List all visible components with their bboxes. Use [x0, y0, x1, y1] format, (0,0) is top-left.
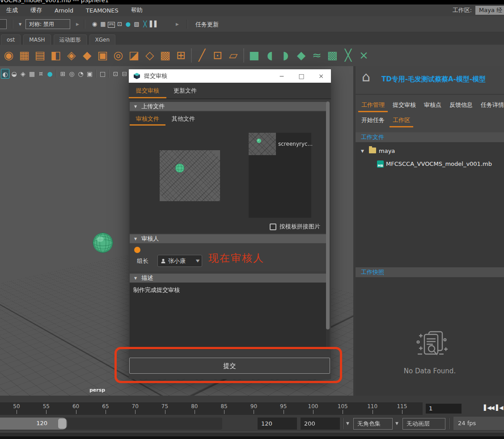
- range-slider-track[interactable]: 120: [0, 418, 222, 430]
- film-gate-icon[interactable]: ▣: [85, 69, 94, 79]
- uv-shell-b-icon[interactable]: ◗: [278, 47, 293, 63]
- wireframe-sphere[interactable]: [91, 231, 114, 254]
- paint-settings-icon[interactable]: ╳: [141, 20, 149, 29]
- uv-cross-arrows-icon[interactable]: ╳: [340, 47, 356, 63]
- poly-wheel-icon[interactable]: ◎: [110, 47, 126, 63]
- panel-layout-2-icon[interactable]: ⊟: [120, 69, 129, 79]
- uv-curve-icon[interactable]: ≈: [309, 47, 325, 63]
- default-lighting-icon[interactable]: ¤: [37, 69, 45, 79]
- poly-cube-icon[interactable]: ◆: [79, 47, 95, 63]
- symmetry-field[interactable]: 对称: 禁用: [25, 19, 70, 29]
- dialog-scrollbar[interactable]: [326, 101, 330, 350]
- uv-square-icon[interactable]: ■: [246, 47, 262, 63]
- ipr-render-icon[interactable]: IPR: [108, 22, 115, 28]
- dialog-tab-submit-review[interactable]: 提交审核: [129, 83, 166, 98]
- render-view-icon[interactable]: ◉: [91, 20, 98, 29]
- chevron-down-icon[interactable]: ▼: [395, 421, 398, 426]
- chevron-down-icon[interactable]: ▼: [346, 421, 349, 426]
- subtab-review-files[interactable]: 审核文件: [130, 112, 165, 126]
- tab-review-points[interactable]: 审核点: [421, 98, 445, 112]
- subtab-other-files[interactable]: 其他文件: [165, 112, 201, 126]
- capture-preview[interactable]: [160, 150, 220, 201]
- create-curve-icon[interactable]: ╱: [194, 47, 210, 63]
- description-textarea[interactable]: 制作完成提交审核: [130, 283, 326, 350]
- stitch-checkbox[interactable]: [270, 224, 276, 230]
- shelf-tab-ost[interactable]: ost: [1, 34, 21, 45]
- reviewer-section-header[interactable]: ▼审核人: [130, 234, 326, 243]
- poly-extrude-icon[interactable]: ◧: [48, 47, 64, 63]
- poly-layers-icon[interactable]: ◇: [142, 47, 157, 63]
- gradient-sphere-icon[interactable]: ◎: [68, 69, 76, 79]
- uv-needle-icon[interactable]: ×: [356, 47, 372, 63]
- uv-cube-icon[interactable]: ◆: [293, 47, 309, 63]
- expand-arrow-icon[interactable]: ▼: [361, 149, 364, 153]
- screenshot-thumbnail[interactable]: [249, 133, 276, 155]
- render-settings-icon[interactable]: ⊡: [116, 20, 123, 29]
- subtab-workspace[interactable]: 工作区: [390, 113, 413, 127]
- tab-work-management[interactable]: 工作管理: [358, 98, 388, 112]
- chevron-down-icon[interactable]: ▼: [19, 22, 21, 26]
- poly-plane-icon[interactable]: ▤: [32, 47, 48, 63]
- file-node[interactable]: MFCSCCA_VVOCMS_model_v001.mb: [386, 160, 492, 167]
- playback-start-field[interactable]: 120: [258, 418, 297, 430]
- wireframe-on-shaded-icon[interactable]: ▦: [28, 69, 36, 79]
- workspace-select[interactable]: Maya 经: [475, 6, 504, 15]
- uv-editor-icon[interactable]: ▩: [325, 47, 340, 63]
- playback-end-field[interactable]: 200: [301, 418, 340, 430]
- panel-layout-icon[interactable]: ⊡: [111, 69, 120, 79]
- grid-display-icon[interactable]: ⊞: [59, 69, 67, 79]
- folder-node[interactable]: maya: [379, 148, 395, 154]
- uv-shell-a-icon[interactable]: ◖: [262, 47, 278, 63]
- shaded-mode-icon[interactable]: ◐: [1, 69, 9, 79]
- arc-display-icon[interactable]: ◔: [76, 69, 85, 79]
- description-section-header[interactable]: ▼描述: [130, 274, 326, 283]
- poly-corner-icon[interactable]: ◪: [126, 47, 142, 63]
- poly-stack-icon[interactable]: ◈: [64, 47, 79, 63]
- shelf-tab-xgen[interactable]: XGen: [89, 34, 116, 45]
- close-icon[interactable]: ×: [311, 72, 331, 80]
- group-expand-icon[interactable]: ▶: [176, 22, 179, 26]
- menu-arnold[interactable]: Arnold: [48, 7, 80, 14]
- task-update-button[interactable]: 任务更新: [195, 21, 219, 29]
- tab-submit-review[interactable]: 提交审核: [390, 98, 419, 112]
- tab-feedback[interactable]: 反馈信息: [446, 98, 476, 112]
- upload-section-header[interactable]: ▼上传文件: [130, 102, 326, 111]
- material-sphere-icon[interactable]: ◒: [10, 69, 18, 79]
- tab-task-details[interactable]: 任务详情: [478, 98, 504, 112]
- textured-mode-icon[interactable]: ◈: [19, 69, 27, 79]
- maximize-icon[interactable]: □: [292, 72, 311, 80]
- poly-sphere-grid-icon[interactable]: ⊞: [173, 47, 189, 63]
- selection-mask-field[interactable]: [0, 19, 7, 29]
- edit-curve-icon[interactable]: ⊡: [210, 47, 225, 63]
- select-tool-icon[interactable]: □: [98, 69, 107, 79]
- poly-sphere-mirror-icon[interactable]: ◉: [1, 47, 17, 63]
- character-set-select[interactable]: 无角色集: [353, 418, 393, 430]
- render-current-frame-icon[interactable]: ▦: [99, 20, 107, 29]
- shelf-tab-mash[interactable]: MASH: [23, 34, 51, 45]
- shadows-icon[interactable]: ●: [46, 69, 54, 79]
- scrollbar-thumb[interactable]: [326, 101, 330, 329]
- poly-grid-icon[interactable]: ▦: [17, 47, 32, 63]
- pencil-curve-icon[interactable]: ▱: [225, 47, 241, 63]
- step-back-icon[interactable]: ▌◀: [496, 405, 502, 411]
- screenshot-list[interactable]: screenyryc...: [249, 133, 311, 218]
- dialog-titlebar[interactable]: 提交审核 − □ ×: [129, 69, 331, 83]
- fps-indicator[interactable]: 24 fps: [453, 417, 504, 430]
- subtab-start-task[interactable]: 开始任务: [358, 113, 388, 127]
- poly-lattice-icon[interactable]: ▩: [157, 47, 173, 63]
- display-layer-settings-icon[interactable]: ▧: [133, 20, 140, 29]
- pause-icon[interactable]: ▌▌: [150, 20, 157, 29]
- anim-layer-select[interactable]: 无动画层: [402, 418, 445, 430]
- reviewer-dropdown[interactable]: 张小康 ▼: [157, 255, 202, 267]
- menu-generate[interactable]: 生成: [0, 6, 24, 14]
- range-slider-bar[interactable]: 120: [0, 418, 67, 430]
- minimize-icon[interactable]: −: [272, 72, 292, 80]
- group-expand-icon[interactable]: ▶: [76, 22, 79, 26]
- current-frame-field[interactable]: 1: [426, 404, 462, 414]
- home-icon[interactable]: ⌂: [362, 69, 370, 84]
- dialog-tab-update-files[interactable]: 更新文件: [166, 83, 204, 98]
- shelf-tab-motion-graphics[interactable]: 运动图形: [54, 34, 87, 45]
- time-slider[interactable]: 50556065707580859095100105110115120: [0, 402, 423, 415]
- render-ball-icon[interactable]: ●: [124, 20, 132, 29]
- menu-help[interactable]: 帮助: [125, 6, 149, 14]
